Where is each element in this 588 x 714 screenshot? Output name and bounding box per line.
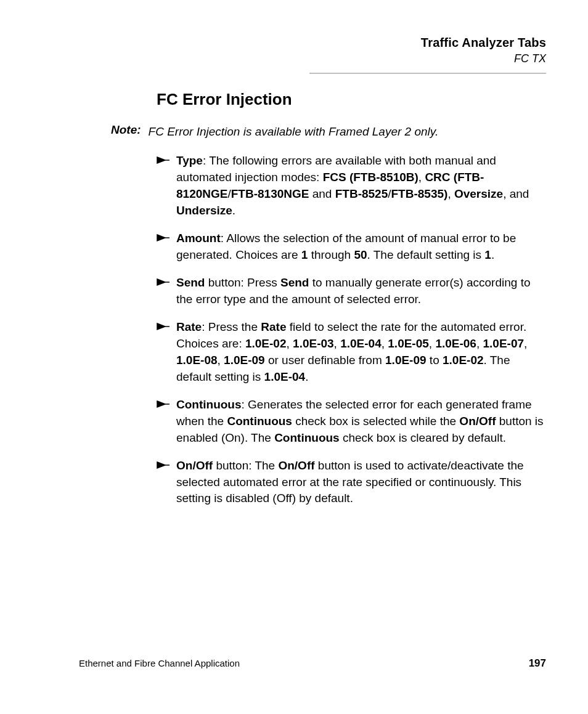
footer-text: Ethernet and Fibre Channel Application <box>79 658 240 668</box>
page-heading: FC Error Injection <box>157 90 292 109</box>
note-text: FC Error Injection is available with Fra… <box>149 123 439 140</box>
note: Note: FC Error Injection is available wi… <box>111 123 546 140</box>
page: Traffic Analyzer Tabs FC TX FC Error Inj… <box>0 0 588 714</box>
bullet-continuous: Continuous: Generates the selected error… <box>159 397 546 447</box>
bullet-text: Amount: Allows the selection of the amou… <box>176 232 516 261</box>
bullet-arrow-icon <box>157 155 170 165</box>
header-rule <box>309 73 546 74</box>
footer: Ethernet and Fibre Channel Application 1… <box>79 657 546 670</box>
running-header: Traffic Analyzer Tabs FC TX <box>421 36 546 65</box>
chapter-title: Traffic Analyzer Tabs <box>421 36 546 50</box>
bullet-amount: Amount: Allows the selection of the amou… <box>159 230 546 264</box>
bullet-text: Rate: Press the Rate field to select the… <box>176 320 527 383</box>
page-number: 197 <box>529 657 546 670</box>
section-title: FC TX <box>421 52 546 65</box>
note-label: Note: <box>111 123 141 137</box>
bullet-text: Continuous: Generates the selected error… <box>176 398 544 444</box>
bullet-arrow-icon <box>157 233 170 243</box>
bullet-text: On/Off button: The On/Off button is used… <box>176 459 524 505</box>
bullet-text: Type: The following errors are available… <box>176 154 529 217</box>
bullet-type: Type: The following errors are available… <box>159 153 546 219</box>
bullet-arrow-icon <box>157 277 170 287</box>
bullet-arrow-icon <box>157 460 170 470</box>
bullet-rate: Rate: Press the Rate field to select the… <box>159 319 546 386</box>
bullet-onoff: On/Off button: The On/Off button is used… <box>159 458 546 508</box>
bullet-arrow-icon <box>157 399 170 409</box>
bullet-list: Type: The following errors are available… <box>159 153 546 518</box>
bullet-arrow-icon <box>157 322 170 331</box>
bullet-text: Send button: Press Send to manually gene… <box>176 276 530 306</box>
bullet-send: Send button: Press Send to manually gene… <box>159 275 546 308</box>
